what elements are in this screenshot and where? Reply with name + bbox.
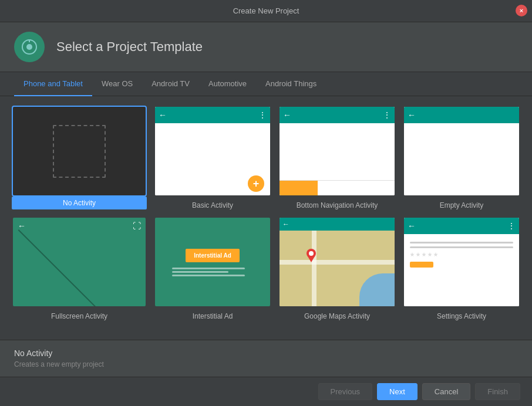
selected-template-info: No Activity Creates a new empty project: [0, 340, 532, 377]
phone-body-2: [280, 123, 395, 180]
phone-toolbar-2: ← ⋮: [280, 107, 395, 123]
phone-body: +: [155, 123, 270, 197]
tab-automotive[interactable]: Automotive: [199, 72, 256, 96]
phone-body-3: [404, 123, 519, 197]
page-title: Select a Project Template: [56, 39, 203, 55]
dialog-title: Create New Project: [233, 6, 299, 15]
fullscreen-preview: ← ⛶: [12, 216, 147, 307]
tab-wear-os[interactable]: Wear OS: [92, 72, 142, 96]
fullscreen-label: Fullscreen Activity: [51, 312, 107, 320]
bottom-nav-label: Bottom Navigation Activity: [297, 201, 378, 209]
interstitial-preview: Interstitial Ad: [154, 216, 271, 307]
svg-point-4: [309, 251, 314, 256]
template-no-activity[interactable]: No Activity: [12, 106, 147, 209]
template-empty-activity[interactable]: ← Empty Activity: [403, 106, 520, 209]
bottom-nav-preview: ← ⋮: [278, 106, 396, 197]
dialog-footer: Previous Next Cancel Finish: [0, 377, 532, 406]
template-interstitial[interactable]: Interstitial Ad Interstitial Ad: [154, 216, 271, 320]
next-button[interactable]: Next: [377, 383, 417, 400]
settings-preview: ← ⋮: [403, 216, 520, 307]
android-studio-icon: [14, 32, 45, 62]
content-area: No Activity ← ⋮ + Basic Activity: [0, 96, 532, 340]
dialog-header: Select a Project Template: [0, 22, 532, 72]
interstitial-ad-card-label: Interstitial Ad: [193, 312, 233, 320]
maps-label: Google Maps Activity: [304, 312, 370, 320]
empty-activity-label: Empty Activity: [440, 201, 484, 209]
previous-button[interactable]: Previous: [318, 383, 373, 400]
svg-marker-5: [308, 256, 315, 262]
settings-toolbar: ← ⋮: [404, 218, 519, 234]
fab-icon: +: [248, 175, 264, 192]
basic-activity-preview: ← ⋮ +: [154, 106, 271, 197]
basic-activity-label: Basic Activity: [192, 201, 233, 209]
phone-toolbar-3: ←: [404, 107, 519, 123]
template-settings[interactable]: ← ⋮: [403, 216, 520, 320]
settings-label: Settings Activity: [437, 312, 486, 320]
tab-android-things[interactable]: Android Things: [256, 72, 326, 96]
tab-android-tv[interactable]: Android TV: [142, 72, 199, 96]
phone-toolbar: ← ⋮: [155, 107, 270, 123]
template-basic-activity[interactable]: ← ⋮ + Basic Activity: [154, 106, 271, 209]
map-pin-icon: [306, 248, 316, 262]
svg-point-1: [26, 44, 32, 50]
cancel-button[interactable]: Cancel: [422, 383, 470, 400]
selected-template-title: No Activity: [14, 349, 518, 358]
template-fullscreen[interactable]: ← ⛶ Fullscreen Activity: [12, 216, 147, 320]
templates-grid-area: No Activity ← ⋮ + Basic Activity: [0, 96, 532, 340]
tab-bar: Phone and Tablet Wear OS Android TV Auto…: [0, 72, 532, 96]
bottom-nav-bar: [280, 180, 395, 197]
title-bar: Create New Project ×: [0, 0, 532, 22]
selected-template-description: Creates a new empty project: [14, 360, 518, 368]
close-button[interactable]: ×: [516, 5, 527, 16]
no-activity-preview: [12, 106, 147, 197]
no-activity-label: No Activity: [12, 197, 147, 209]
template-maps[interactable]: ←: [278, 216, 396, 320]
empty-activity-preview: ←: [403, 106, 520, 197]
dashed-placeholder: [53, 125, 106, 178]
tab-phone-tablet[interactable]: Phone and Tablet: [14, 72, 92, 96]
interstitial-ad-label: Interstitial Ad: [186, 249, 240, 262]
maps-preview: ←: [278, 216, 396, 307]
template-bottom-nav[interactable]: ← ⋮ Bottom Navigation Activity: [278, 106, 396, 209]
templates-grid: No Activity ← ⋮ + Basic Activity: [12, 106, 520, 320]
finish-button[interactable]: Finish: [475, 383, 520, 400]
